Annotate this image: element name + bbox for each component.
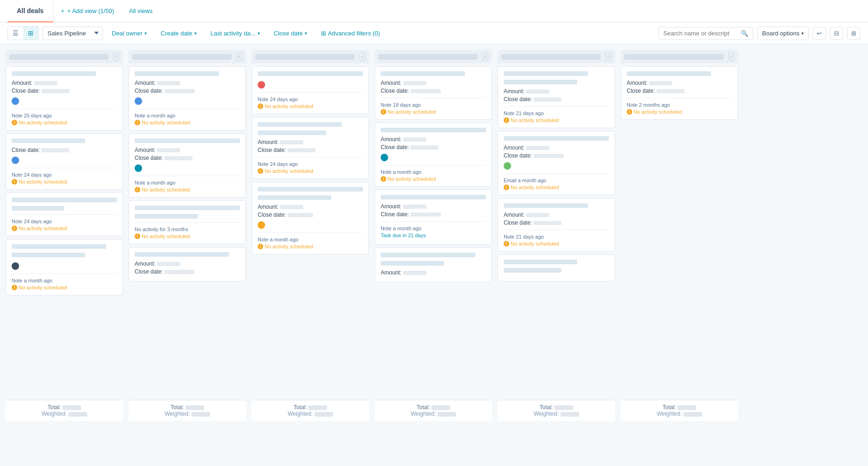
card-amount: Amount: (12, 80, 117, 86)
column-cards-5: Amount: Close date: Note 21 days agoNo a… (498, 66, 615, 400)
table-row[interactable]: Amount: Close date: Email a month agoNo … (498, 131, 615, 195)
column-collapse-button[interactable]: ‹ (605, 53, 611, 61)
table-row[interactable]: Amount: Close date: (129, 247, 246, 281)
column-cards-3: Note 24 days agoNo activity scheduledAmo… (252, 66, 369, 400)
card-activity-text: Note 24 days ago (12, 172, 117, 178)
table-row[interactable]: Close date: Note 24 days agoNo activity … (6, 133, 123, 190)
card-activity-warning: No activity scheduled (258, 244, 363, 249)
table-row[interactable]: Note a month agoNo activity scheduled (6, 239, 123, 295)
card-task-due: Task due in 21 days (381, 233, 486, 238)
card-close-date: Close date: (504, 152, 609, 159)
column-header-1: ‹ (6, 50, 123, 63)
table-row[interactable]: Amount: Close date: Note a month agoNo a… (375, 123, 492, 187)
column-collapse-button[interactable]: ‹ (728, 53, 734, 61)
table-row[interactable]: Amount: Close date: Note 21 days agoNo a… (498, 198, 615, 252)
column-cards-6: Amount: Close date: Note 2 months agoNo … (621, 66, 738, 400)
deal-owner-filter[interactable]: Deal owner ▾ (107, 27, 152, 40)
column-footer-2: Total: Weighted: (129, 400, 246, 421)
card-activity-text: Note a month ago (12, 278, 117, 283)
top-bar: All deals + + Add view (1/50) All views (0, 0, 868, 22)
table-row[interactable]: Amount: Close date: Note a month agoNo a… (129, 133, 246, 198)
card-title (381, 71, 465, 76)
card-activity-warning: No activity scheduled (12, 226, 117, 231)
card-amount: Amount: (258, 139, 363, 145)
table-row[interactable]: Amount: Close date: Note a month agoNo a… (252, 182, 369, 254)
card-title (12, 244, 106, 249)
column-collapse-button[interactable]: ‹ (482, 53, 488, 61)
column-weighted: Weighted: (252, 411, 369, 417)
table-row[interactable]: Amount: Close date: Note 25 days agoNo a… (6, 66, 123, 130)
column-1: ‹ Amount: Close date: Note 25 days agoNo… (6, 50, 123, 421)
all-deals-tab[interactable]: All deals (7, 0, 53, 22)
column-collapse-button[interactable]: ‹ (113, 53, 119, 61)
pipeline-select[interactable]: Sales Pipeline (42, 27, 103, 40)
column-footer-3: Total: Weighted: (252, 400, 369, 421)
column-title-blur (9, 54, 109, 60)
chevron-down-icon: ▾ (305, 31, 307, 36)
card-title (504, 203, 588, 208)
search-box[interactable]: 🔍 (658, 27, 753, 40)
board-view-button[interactable]: ⊞ (23, 27, 38, 40)
card-close-date: Close date: (504, 96, 609, 103)
card-title (504, 136, 609, 141)
card-activity-warning: No activity scheduled (627, 109, 732, 115)
card-activity-text: Note 18 days ago (381, 102, 486, 108)
card-amount: Amount: (381, 269, 486, 276)
card-activity-warning: No activity scheduled (504, 185, 609, 190)
card-amount: Amount: (381, 136, 486, 143)
card-amount: Amount: (627, 80, 732, 86)
chevron-down-icon: ▾ (801, 31, 804, 36)
column-collapse-button[interactable]: ‹ (359, 53, 365, 61)
advanced-filters-button[interactable]: ⊞ Advanced filters (0) (316, 27, 385, 40)
card-subtitle (381, 261, 444, 266)
card-subtitle (258, 130, 326, 135)
card-subtitle (12, 206, 64, 211)
create-date-filter[interactable]: Create date ▾ (156, 27, 202, 40)
avatar (258, 221, 265, 229)
table-row[interactable]: Amount: Close date: Note a month agoTask… (375, 190, 492, 245)
column-title-blur (378, 54, 478, 60)
table-row[interactable]: No activity for 3 monthsNo activity sche… (129, 200, 246, 244)
settings-button[interactable]: ⊞ (847, 27, 861, 40)
card-activity-warning: No activity scheduled (135, 187, 240, 192)
table-row[interactable]: Amount: Close date: Note 18 days agoNo a… (375, 66, 492, 120)
avatar (12, 262, 19, 270)
column-5: ‹ Amount: Close date: Note 21 days agoNo… (498, 50, 615, 421)
table-row[interactable]: Amount: (375, 247, 492, 282)
column-collapse-button[interactable]: ‹ (236, 53, 242, 61)
card-activity-text: Note a month ago (381, 169, 486, 175)
layout-button[interactable]: ⊟ (830, 27, 843, 40)
column-header-5: ‹ (498, 50, 615, 63)
card-title (258, 71, 363, 76)
card-activity-text: Note a month ago (258, 237, 363, 242)
column-total: Total: (498, 404, 615, 411)
close-date-filter[interactable]: Close date ▾ (269, 27, 312, 40)
column-6: ‹ Amount: Close date: Note 2 months agoN… (621, 50, 738, 421)
undo-button[interactable]: ↩ (813, 27, 826, 40)
card-close-date: Close date: (12, 88, 117, 94)
board-container: ‹ Amount: Close date: Note 25 days agoNo… (0, 44, 868, 421)
search-input[interactable] (663, 30, 738, 37)
table-row[interactable] (498, 254, 615, 281)
column-footer-6: Total: Weighted: (621, 400, 738, 421)
column-weighted: Weighted: (621, 411, 738, 417)
table-row[interactable]: Amount: Close date: Note a month agoNo a… (129, 66, 246, 130)
all-views-link[interactable]: All views (122, 7, 160, 14)
list-view-button[interactable]: ☰ (8, 27, 23, 40)
column-weighted: Weighted: (375, 411, 492, 417)
add-view-button[interactable]: + + Add view (1/50) (53, 0, 122, 22)
table-row[interactable]: Amount: Close date: Note 24 days agoNo a… (252, 117, 369, 179)
plus-icon: + (61, 7, 65, 14)
view-toggle: ☰ ⊞ (7, 26, 39, 40)
card-title (258, 122, 342, 127)
table-row[interactable]: Note 24 days agoNo activity scheduled (252, 66, 369, 114)
card-title (381, 253, 475, 257)
card-amount: Amount: (381, 80, 486, 86)
board-options-button[interactable]: Board options ▾ (757, 27, 809, 40)
card-amount: Amount: (504, 144, 609, 151)
last-activity-filter[interactable]: Last activity da... ▾ (205, 27, 265, 40)
table-row[interactable]: Amount: Close date: Note 21 days agoNo a… (498, 66, 615, 128)
card-activity-warning: No activity scheduled (135, 120, 240, 125)
table-row[interactable]: Note 24 days agoNo activity scheduled (6, 192, 123, 236)
table-row[interactable]: Amount: Close date: Note 2 months agoNo … (621, 66, 738, 120)
